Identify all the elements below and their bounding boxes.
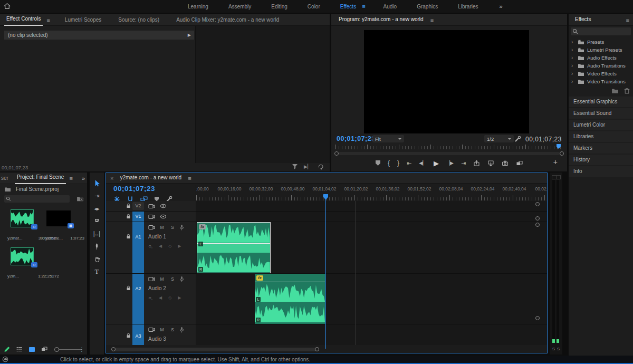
effects-panel-menu-icon[interactable]: ≡ bbox=[626, 17, 629, 23]
mute-track-button[interactable]: M bbox=[158, 327, 166, 333]
voiceover-mic-icon[interactable] bbox=[179, 224, 184, 231]
program-mini-ruler[interactable] bbox=[335, 145, 563, 149]
workspace-overflow-chevron[interactable]: » bbox=[500, 3, 503, 9]
workspace-graphics[interactable]: Graphics bbox=[415, 1, 440, 12]
project-writable-pen-icon[interactable] bbox=[4, 346, 10, 352]
razor-tool-button[interactable] bbox=[93, 215, 100, 227]
export-frame-camera-button[interactable] bbox=[502, 160, 509, 167]
sync-lock-icon[interactable] bbox=[148, 276, 155, 282]
sync-lock-icon[interactable] bbox=[148, 327, 155, 332]
track-resize-handle[interactable] bbox=[535, 223, 540, 227]
timeline-ruler[interactable]: ;00;00 00;00;16;00 00;00;32;00 00;00;48;… bbox=[196, 185, 547, 201]
project-clip-sequence[interactable]: ▦ bbox=[46, 210, 71, 226]
timeline-current-timecode[interactable]: 00;01;07;23 bbox=[113, 185, 155, 193]
previous-keyframe-icon[interactable]: ◀ bbox=[159, 295, 162, 300]
tab-project-final-scene[interactable]: Project: Final Scene bbox=[15, 173, 66, 184]
tab-effect-controls[interactable]: Effect Controls bbox=[4, 14, 43, 26]
workspace-assembly[interactable]: Assembly bbox=[226, 1, 253, 12]
workspace-libraries[interactable]: Libraries bbox=[456, 1, 480, 12]
panel-tab-libraries[interactable]: Libraries bbox=[569, 131, 633, 142]
sync-lock-icon[interactable] bbox=[148, 204, 155, 209]
workspace-learning[interactable]: Learning bbox=[186, 1, 210, 12]
track-name[interactable]: Audio 2 bbox=[148, 285, 166, 291]
track-target-v2[interactable]: V2 bbox=[132, 202, 144, 210]
track-lock-icon[interactable] bbox=[126, 285, 131, 291]
add-keyframe-icon[interactable]: ◇ bbox=[168, 244, 171, 248]
sync-lock-icon[interactable] bbox=[148, 225, 155, 230]
freeform-view-icon[interactable] bbox=[41, 347, 48, 352]
button-editor-plus[interactable]: + bbox=[553, 158, 558, 166]
program-scrollbar[interactable] bbox=[339, 152, 560, 155]
clip-name[interactable]: y2m... bbox=[7, 274, 19, 279]
audio-meters-panel[interactable]: S S bbox=[550, 173, 562, 355]
scrollbar-handle-left[interactable] bbox=[111, 347, 116, 351]
type-tool-button[interactable]: T bbox=[95, 265, 99, 278]
mark-in-button[interactable]: { bbox=[388, 159, 390, 167]
keyframe-pen-icon[interactable]: ○, bbox=[148, 295, 152, 301]
track-lock-icon[interactable] bbox=[126, 203, 131, 208]
extract-button[interactable] bbox=[487, 160, 494, 167]
expand-arrow-icon[interactable]: ▶ bbox=[188, 31, 191, 40]
chevron-right-icon[interactable]: › bbox=[571, 55, 575, 61]
panel-tab-essential-sound[interactable]: Essential Sound bbox=[569, 108, 633, 119]
tab-source[interactable]: Source: (no clips) bbox=[116, 14, 161, 25]
track-output-eye-icon[interactable] bbox=[160, 204, 167, 208]
step-forward-button[interactable]: ▕▶ bbox=[446, 160, 454, 166]
workspace-audio[interactable]: Audio bbox=[381, 1, 399, 12]
chevron-right-icon[interactable]: › bbox=[571, 71, 575, 76]
scrollbar-handle-right[interactable] bbox=[315, 347, 319, 351]
effects-bin-audio-effects[interactable]: › Audio Effects bbox=[569, 54, 633, 62]
creative-cloud-icon[interactable] bbox=[2, 356, 8, 362]
keyframe-pen-icon[interactable]: ○, bbox=[148, 243, 152, 249]
zoom-slider-handle[interactable] bbox=[54, 347, 59, 352]
workspace-effects-active[interactable]: Effects bbox=[338, 1, 358, 12]
project-more-options-icon[interactable]: ⋮ bbox=[79, 347, 84, 352]
chevron-right-icon[interactable]: › bbox=[571, 47, 575, 53]
next-keyframe-icon[interactable]: ▶ bbox=[178, 295, 181, 300]
volume-rubber-band[interactable] bbox=[197, 243, 270, 244]
mute-track-button[interactable]: M bbox=[158, 276, 166, 282]
delete-trash-icon[interactable] bbox=[624, 88, 630, 94]
track-target-a1[interactable]: A1 bbox=[132, 222, 144, 273]
workspace-menu-icon[interactable]: ≡ bbox=[362, 3, 365, 9]
program-resolution-dropdown[interactable]: 1/2 bbox=[484, 135, 514, 142]
effects-bin-audio-transitions[interactable]: › Audio Transitions bbox=[569, 62, 633, 70]
filter-properties-icon[interactable] bbox=[292, 164, 298, 169]
sync-lock-icon[interactable] bbox=[148, 214, 155, 219]
track-name[interactable]: Audio 1 bbox=[148, 234, 166, 240]
chevron-right-icon[interactable]: › bbox=[571, 39, 575, 45]
next-keyframe-icon[interactable]: ▶ bbox=[178, 244, 181, 248]
program-scroll-handle-right[interactable] bbox=[560, 151, 564, 156]
chevron-right-icon[interactable]: › bbox=[571, 63, 575, 69]
effects-bin-video-effects[interactable]: › Video Effects bbox=[569, 70, 633, 78]
ripple-edit-tool-button[interactable]: ◂▸ bbox=[94, 202, 99, 215]
mute-track-button[interactable]: M bbox=[158, 225, 166, 231]
lift-button[interactable] bbox=[473, 160, 480, 167]
comparison-view-button[interactable] bbox=[516, 160, 523, 167]
panel-tab-markers[interactable]: Markers bbox=[569, 143, 633, 154]
audio-clip-a2[interactable]: L R fx bbox=[255, 274, 325, 324]
pen-tool-button[interactable] bbox=[94, 240, 100, 253]
track-target-a3[interactable]: A3 bbox=[132, 324, 144, 345]
effects-bin-presets[interactable]: › Presets bbox=[569, 38, 633, 46]
audio-clip-a1[interactable]: L R fx bbox=[197, 222, 271, 273]
program-panel-menu-icon[interactable]: ≡ bbox=[430, 17, 434, 23]
voiceover-mic-icon[interactable] bbox=[179, 327, 184, 333]
program-monitor-title[interactable]: Program: y2mate.com - a new world bbox=[337, 14, 426, 25]
track-resize-handle[interactable] bbox=[535, 216, 540, 221]
program-current-timecode[interactable]: 00;01;07;23 bbox=[337, 135, 376, 142]
track-name[interactable]: Audio 3 bbox=[148, 336, 166, 342]
clip-name[interactable]: y2mate... bbox=[45, 236, 63, 241]
create-search-bin-icon[interactable] bbox=[76, 196, 84, 202]
tab-media-browser-partial[interactable]: ser bbox=[0, 173, 9, 184]
solo-track-button[interactable]: S bbox=[169, 276, 176, 282]
solo-track-button[interactable]: S bbox=[169, 327, 176, 333]
project-clip-audio-2[interactable]: ↦ bbox=[11, 247, 34, 265]
track-output-eye-icon[interactable] bbox=[160, 214, 167, 219]
slip-tool-button[interactable]: ▕↔▏ bbox=[90, 227, 103, 240]
project-search-input[interactable] bbox=[4, 195, 70, 203]
project-tab-overflow-chevron[interactable]: » bbox=[82, 175, 85, 181]
no-clip-selected-bar[interactable]: (no clip selected) ▶ bbox=[4, 31, 194, 40]
workspace-color[interactable]: Color bbox=[305, 1, 322, 12]
play-only-audio-icon[interactable]: ▶▏ bbox=[304, 164, 311, 169]
